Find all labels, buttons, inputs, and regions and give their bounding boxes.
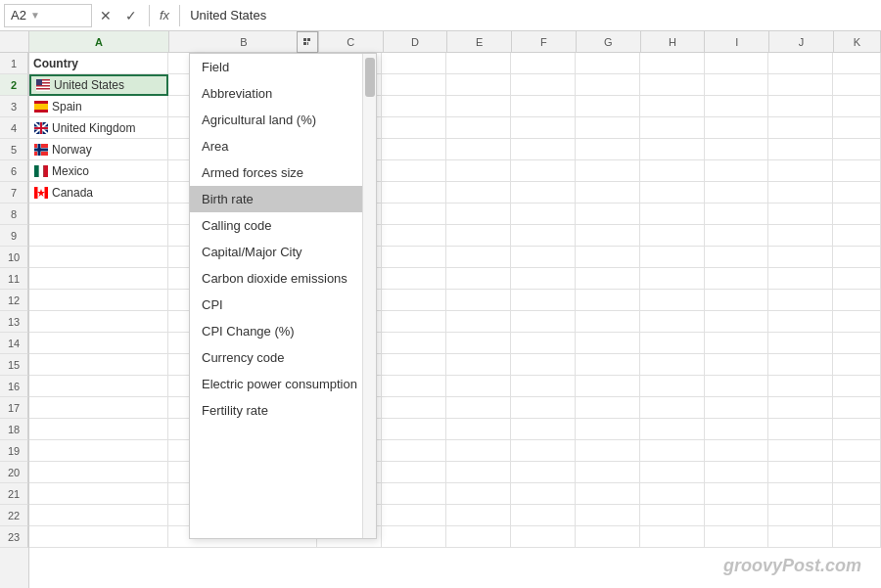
cell-f19[interactable] (511, 440, 576, 462)
cell-k12[interactable] (833, 290, 881, 311)
cell-i15[interactable] (705, 354, 769, 376)
cell-i11[interactable] (705, 268, 769, 290)
cell-g10[interactable] (576, 247, 640, 268)
cell-k14[interactable] (833, 333, 881, 354)
cell-j10[interactable] (768, 247, 833, 268)
cell-d21[interactable] (382, 483, 446, 505)
cell-g2[interactable] (576, 74, 640, 96)
row-num-18[interactable]: 18 (0, 419, 28, 440)
cell-e19[interactable] (446, 440, 511, 462)
cell-h13[interactable] (640, 311, 705, 333)
cell-i18[interactable] (705, 419, 769, 440)
cell-h11[interactable] (640, 268, 705, 290)
row-num-21[interactable]: 21 (0, 483, 28, 505)
cell-j16[interactable] (768, 376, 833, 397)
row-num-7[interactable]: 7 (0, 182, 28, 204)
cell-k1[interactable] (833, 53, 881, 74)
row-num-3[interactable]: 3 (0, 96, 28, 117)
dropdown-item-capital-city[interactable]: Capital/Major City (190, 239, 376, 265)
cell-j9[interactable] (768, 225, 833, 247)
cell-a7[interactable]: Canada (29, 182, 168, 204)
cell-i1[interactable] (705, 53, 769, 74)
cell-k21[interactable] (833, 483, 881, 505)
cell-f1[interactable] (511, 53, 576, 74)
cell-a2[interactable]: United States (29, 74, 168, 96)
cell-j21[interactable] (768, 483, 833, 505)
cell-j19[interactable] (768, 440, 833, 462)
cell-i4[interactable] (705, 117, 769, 139)
cell-i17[interactable] (705, 397, 769, 419)
cell-a16[interactable] (29, 376, 168, 397)
cell-k9[interactable] (833, 225, 881, 247)
row-num-12[interactable]: 12 (0, 290, 28, 311)
cell-k5[interactable] (833, 139, 881, 160)
row-num-13[interactable]: 13 (0, 311, 28, 333)
cell-h14[interactable] (640, 333, 705, 354)
cell-e3[interactable] (446, 96, 511, 117)
dropdown-item-area[interactable]: Area (190, 133, 376, 159)
cell-k19[interactable] (833, 440, 881, 462)
col-header-c[interactable]: C (319, 31, 384, 52)
dropdown-item-field[interactable]: Field (190, 54, 376, 80)
cell-f11[interactable] (511, 268, 576, 290)
cell-h23[interactable] (640, 526, 705, 548)
cell-d12[interactable] (382, 290, 446, 311)
cell-d5[interactable] (382, 139, 446, 160)
col-header-a[interactable]: A (29, 31, 169, 52)
cell-e22[interactable] (446, 505, 511, 526)
cell-f22[interactable] (511, 505, 576, 526)
confirm-icon[interactable]: ✓ (121, 6, 141, 25)
cell-j7[interactable] (768, 182, 833, 204)
cell-reference-box[interactable]: A2 ▼ (4, 4, 92, 27)
dropdown-item-electric-power[interactable]: Electric power consumption (190, 371, 376, 397)
cell-k10[interactable] (833, 247, 881, 268)
cell-f23[interactable] (511, 526, 576, 548)
cell-g14[interactable] (576, 333, 640, 354)
cell-e11[interactable] (446, 268, 511, 290)
cell-f6[interactable] (511, 160, 576, 182)
cell-d11[interactable] (382, 268, 446, 290)
cell-g7[interactable] (576, 182, 640, 204)
cell-g4[interactable] (576, 117, 640, 139)
cell-e14[interactable] (446, 333, 511, 354)
cell-f15[interactable] (511, 354, 576, 376)
row-num-14[interactable]: 14 (0, 333, 28, 354)
cell-d7[interactable] (382, 182, 446, 204)
cell-d14[interactable] (382, 333, 446, 354)
cell-g18[interactable] (576, 419, 640, 440)
cell-h5[interactable] (640, 139, 705, 160)
cell-e12[interactable] (446, 290, 511, 311)
cell-k22[interactable] (833, 505, 881, 526)
cell-a11[interactable] (29, 268, 168, 290)
cell-j1[interactable] (768, 53, 833, 74)
cell-f12[interactable] (511, 290, 576, 311)
cell-a15[interactable] (29, 354, 168, 376)
cell-g21[interactable] (576, 483, 640, 505)
cell-j20[interactable] (768, 462, 833, 483)
cell-j11[interactable] (768, 268, 833, 290)
cell-a19[interactable] (29, 440, 168, 462)
cell-a10[interactable] (29, 247, 168, 268)
cell-i13[interactable] (705, 311, 769, 333)
cell-d1[interactable] (382, 53, 446, 74)
dropdown-item-armed-forces[interactable]: Armed forces size (190, 159, 376, 186)
cell-k2[interactable] (833, 74, 881, 96)
cell-e20[interactable] (446, 462, 511, 483)
col-header-e[interactable]: E (447, 31, 512, 52)
cell-e17[interactable] (446, 397, 511, 419)
cell-h19[interactable] (640, 440, 705, 462)
cell-d16[interactable] (382, 376, 446, 397)
row-num-19[interactable]: 19 (0, 440, 28, 462)
cell-g13[interactable] (576, 311, 640, 333)
cell-d15[interactable] (382, 354, 446, 376)
cell-g19[interactable] (576, 440, 640, 462)
cell-a9[interactable] (29, 225, 168, 247)
dropdown-scrollbar-thumb[interactable] (365, 58, 375, 97)
cell-f18[interactable] (511, 419, 576, 440)
cell-h16[interactable] (640, 376, 705, 397)
cell-k3[interactable] (833, 96, 881, 117)
cell-a8[interactable] (29, 204, 168, 225)
cell-e5[interactable] (446, 139, 511, 160)
cell-e13[interactable] (446, 311, 511, 333)
cell-k7[interactable] (833, 182, 881, 204)
